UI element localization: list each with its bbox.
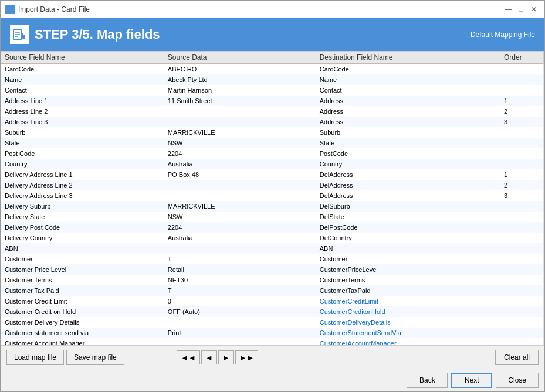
cell-dest: DelCountry <box>316 233 500 243</box>
table-row[interactable]: Delivery Address Line 1PO Box 48DelAddre… <box>1 169 544 180</box>
save-map-button[interactable]: Save map file <box>66 350 124 365</box>
col-header-source: Source Field Name <box>1 52 164 64</box>
cell-data: Retail <box>164 264 316 275</box>
clear-all-button[interactable]: Clear all <box>495 350 539 365</box>
table-row[interactable]: Address Line 2Address2 <box>1 106 544 117</box>
cell-source: CardCode <box>1 64 164 74</box>
cell-order <box>500 233 544 243</box>
cell-order <box>500 138 544 148</box>
table-row[interactable]: Address Line 3Address3 <box>1 117 544 127</box>
cell-dest: DelAddress <box>316 180 500 190</box>
next-button[interactable]: Next <box>451 373 492 388</box>
back-button[interactable]: Back <box>407 373 448 388</box>
table-row[interactable]: Customer Credit on HoldOFF (Auto)Custome… <box>1 306 544 317</box>
cell-order: 1 <box>500 96 544 106</box>
table-row[interactable]: CountryAustraliaCountry <box>1 159 544 169</box>
cell-data <box>164 243 316 254</box>
header-left: STEP 3/5. Map fields <box>10 25 160 44</box>
cell-dest: CardCode <box>316 64 500 74</box>
maximize-button[interactable]: □ <box>515 4 527 15</box>
cell-dest: Customer <box>316 254 500 264</box>
cell-dest: DelAddress <box>316 190 500 201</box>
table-body: CardCodeABEC.HOCardCodeNameAbeck Pty Ltd… <box>1 64 544 346</box>
prev-record-button[interactable]: ◄ <box>201 350 217 364</box>
cell-order <box>500 338 544 346</box>
cell-dest: Name <box>316 74 500 85</box>
cell-source: Post Code <box>1 148 164 159</box>
close-button-bottom[interactable]: Close <box>496 373 539 388</box>
cell-dest: DelPostCode <box>316 222 500 233</box>
table-row[interactable]: Delivery Address Line 3DelAddress3 <box>1 190 544 201</box>
cell-data: PO Box 48 <box>164 169 316 180</box>
table-row[interactable]: Delivery Post Code2204DelPostCode <box>1 222 544 233</box>
cell-data: 2204 <box>164 148 316 159</box>
table-row[interactable]: CardCodeABEC.HOCardCode <box>1 64 544 74</box>
table-row[interactable]: Customer Account ManagerCustomerAccountM… <box>1 338 544 346</box>
table-row[interactable]: Customer Delivery DetailsCustomerDeliver… <box>1 317 544 328</box>
cell-order <box>500 275 544 285</box>
cell-dest: CustomerAccountManager <box>316 338 500 346</box>
title-bar-left: Import Data - Card File <box>5 5 90 14</box>
default-mapping-link[interactable]: Default Mapping File <box>470 30 535 39</box>
table-row[interactable]: Delivery StateNSWDelState <box>1 212 544 222</box>
table-row[interactable]: Customer Tax PaidTCustomerTaxPaid <box>1 285 544 296</box>
cell-order <box>500 222 544 233</box>
cell-dest: DelSuburb <box>316 201 500 212</box>
cell-source: Delivery Suburb <box>1 201 164 212</box>
last-record-button[interactable]: ►► <box>235 350 259 364</box>
minimize-button[interactable]: — <box>502 4 514 15</box>
cell-source: State <box>1 138 164 148</box>
cell-source: Customer Account Manager <box>1 338 164 346</box>
bottom-bar: Back Next Close <box>1 369 544 391</box>
cell-dest: CustomerTaxPaid <box>316 285 500 296</box>
cell-data: Australia <box>164 159 316 169</box>
table-row[interactable]: ABNABN <box>1 243 544 254</box>
cell-source: Address Line 1 <box>1 96 164 106</box>
close-button[interactable]: ✕ <box>528 4 540 15</box>
cell-data: NSW <box>164 212 316 222</box>
table-row[interactable]: Customer TermsNET30CustomerTerms <box>1 275 544 285</box>
cell-source: Customer Price Level <box>1 264 164 275</box>
next-record-button[interactable]: ► <box>218 350 234 364</box>
cell-data: Martin Harrison <box>164 85 316 96</box>
cell-dest: CustomerDeliveryDetails <box>316 317 500 328</box>
cell-dest: CustomerTerms <box>316 275 500 285</box>
cell-source: Customer statement send via <box>1 328 164 338</box>
col-header-order: Order <box>500 52 544 64</box>
app-icon <box>5 5 15 14</box>
data-table-container[interactable]: Source Field Name Source Data Destinatio… <box>1 51 544 346</box>
cell-dest: PostCode <box>316 148 500 159</box>
cell-order <box>500 328 544 338</box>
cell-order <box>500 212 544 222</box>
table-row[interactable]: StateNSWState <box>1 138 544 148</box>
table-row[interactable]: Post Code2204PostCode <box>1 148 544 159</box>
cell-source: Customer Delivery Details <box>1 317 164 328</box>
table-row[interactable]: Customer Credit Limit0CustomerCreditLimi… <box>1 296 544 306</box>
table-row[interactable]: Delivery Address Line 2DelAddress2 <box>1 180 544 190</box>
cell-dest: Address <box>316 117 500 127</box>
table-row[interactable]: Delivery CountryAustraliaDelCountry <box>1 233 544 243</box>
title-text: Import Data - Card File <box>18 5 90 13</box>
cell-source: Delivery Address Line 1 <box>1 169 164 180</box>
col-header-data: Source Data <box>164 52 316 64</box>
table-row[interactable]: Customer Price LevelRetailCustomerPriceL… <box>1 264 544 275</box>
table-row[interactable]: NameAbeck Pty LtdName <box>1 74 544 85</box>
load-map-button[interactable]: Load map file <box>6 350 64 365</box>
cell-source: Customer Terms <box>1 275 164 285</box>
table-row[interactable]: Customer statement send viaPrintCustomer… <box>1 328 544 338</box>
col-header-dest: Destination Field Name <box>316 52 500 64</box>
table-row[interactable]: CustomerTCustomer <box>1 254 544 264</box>
page-title: STEP 3/5. Map fields <box>35 27 160 42</box>
mapping-table: Source Field Name Source Data Destinatio… <box>1 52 544 346</box>
cell-source: Delivery Country <box>1 233 164 243</box>
cell-source: Customer <box>1 254 164 264</box>
first-record-button[interactable]: ◄◄ <box>177 350 200 364</box>
svg-rect-1 <box>8 6 10 8</box>
table-row[interactable]: ContactMartin HarrisonContact <box>1 85 544 96</box>
table-row[interactable]: Delivery SuburbMARRICKVILLEDelSuburb <box>1 201 544 212</box>
cell-dest: CustomerCreditLimit <box>316 296 500 306</box>
cell-source: ABN <box>1 243 164 254</box>
table-row[interactable]: Address Line 111 Smith StreetAddress1 <box>1 96 544 106</box>
table-row[interactable]: SuburbMARRICKVILLESuburb <box>1 127 544 138</box>
cell-data: NET30 <box>164 275 316 285</box>
